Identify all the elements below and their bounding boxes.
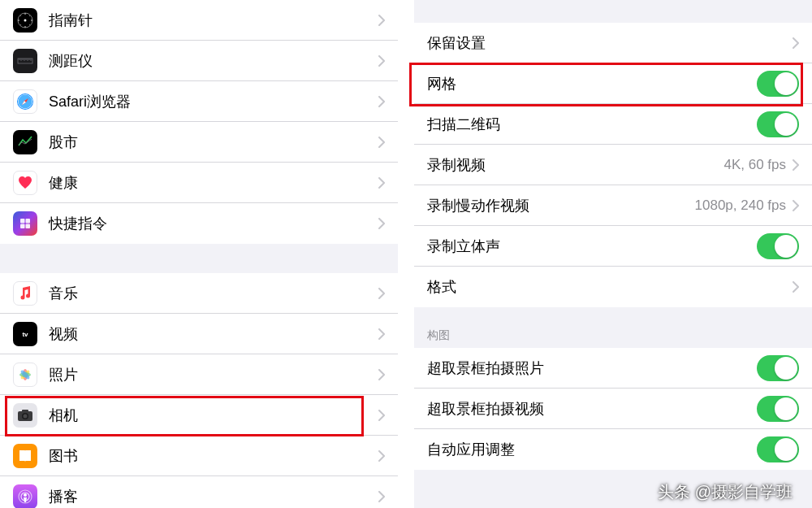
chevron-right-icon [378,328,385,340]
toggle-capture-outside-photo[interactable] [757,355,799,381]
toggle-grid[interactable] [757,71,799,97]
label: 照片 [49,365,378,384]
toggle-stereo[interactable] [757,233,799,259]
chevron-right-icon [378,491,385,502]
stocks-icon [13,130,37,154]
label: 录制立体声 [427,237,757,256]
chevron-right-icon [793,159,799,171]
label: 网格 [427,74,757,93]
chevron-right-icon [378,410,385,421]
detail: 4K, 60 fps [723,157,786,173]
row-capture-outside-photo[interactable]: 超取景框拍摄照片 [414,348,812,389]
chevron-right-icon [378,55,385,67]
chevron-right-icon [378,177,385,189]
row-safari[interactable]: Safari浏览器 [0,81,398,122]
row-stocks[interactable]: 股市 [0,122,398,163]
row-shortcuts[interactable]: 快捷指令 [0,203,398,244]
row-grid[interactable]: 网格 [414,63,812,104]
row-compass[interactable]: 指南针 [0,0,398,41]
measure-icon [13,49,37,73]
label: 股市 [49,132,378,152]
svg-point-21 [24,493,27,497]
svg-rect-8 [20,224,25,229]
row-formats[interactable]: 格式 [414,267,812,307]
camera-icon [13,403,37,428]
svg-point-1 [24,19,27,21]
label: 超取景框拍摄视频 [427,399,757,419]
row-measure[interactable]: 测距仪 [0,41,398,81]
label: 快捷指令 [49,214,378,233]
toggle-capture-outside-video[interactable] [757,396,799,422]
section-divider [414,0,812,23]
row-record-slomo[interactable]: 录制慢动作视频 1080p, 240 fps [414,185,812,226]
svg-rect-2 [18,59,32,63]
chevron-right-icon [378,96,385,107]
safari-icon [13,89,37,114]
label: 自动应用调整 [427,440,757,459]
label: 格式 [427,277,793,297]
svg-rect-9 [26,224,31,229]
row-camera[interactable]: 相机 [0,395,398,436]
row-auto-apply[interactable]: 自动应用调整 [414,429,812,470]
toggle-auto-apply[interactable] [757,436,799,462]
svg-point-18 [24,414,28,418]
label: 录制视频 [427,155,723,175]
row-scan-qr[interactable]: 扫描二维码 [414,104,812,145]
camera-settings-group: 保留设置 网格 扫描二维码 录制视频 4K, 60 fps 录制慢动作视频 10… [414,23,812,307]
label: 图书 [49,446,378,466]
row-health[interactable]: 健康 [0,163,398,203]
shortcuts-icon [13,211,37,236]
chevron-right-icon [793,281,799,293]
section-divider [0,244,398,273]
label: 相机 [49,406,378,425]
health-icon [13,171,37,195]
row-photos[interactable]: 照片 [0,354,398,395]
chevron-right-icon [378,369,385,380]
music-icon [13,281,37,306]
settings-group-media: 音乐 tv 视频 照片 相机 图书 [0,273,398,508]
watermark: 头条 @摄影自学班 [658,481,793,503]
svg-text:tv: tv [22,331,28,338]
row-tv[interactable]: tv 视频 [0,314,398,354]
label: 录制慢动作视频 [427,196,695,215]
label: 健康 [49,173,378,193]
svg-rect-7 [26,219,31,224]
chevron-right-icon [378,15,385,26]
podcasts-icon [13,484,37,508]
row-music[interactable]: 音乐 [0,273,398,314]
svg-rect-6 [20,219,25,224]
chevron-right-icon [378,450,385,462]
detail: 1080p, 240 fps [695,198,786,214]
composition-group: 超取景框拍摄照片 超取景框拍摄视频 自动应用调整 [414,348,812,470]
row-record-video[interactable]: 录制视频 4K, 60 fps [414,145,812,185]
chevron-right-icon [378,218,385,229]
row-books[interactable]: 图书 [0,436,398,476]
settings-group-tools: 指南针 测距仪 Safari浏览器 股市 [0,0,398,244]
compass-icon [13,8,37,33]
label: Safari浏览器 [49,92,378,111]
label: 测距仪 [49,51,378,71]
label: 保留设置 [427,33,793,53]
section-header: 构图 [414,322,812,348]
chevron-right-icon [378,137,385,148]
svg-rect-16 [22,410,28,412]
photos-icon [13,363,37,387]
row-stereo[interactable]: 录制立体声 [414,226,812,267]
chevron-right-icon [793,37,799,49]
row-preserve-settings[interactable]: 保留设置 [414,23,812,63]
label: 播客 [49,487,378,506]
books-icon [13,444,37,468]
label: 扫描二维码 [427,115,757,134]
tv-icon: tv [13,322,37,346]
row-capture-outside-video[interactable]: 超取景框拍摄视频 [414,389,812,429]
row-podcasts[interactable]: 播客 [0,476,398,508]
chevron-right-icon [793,200,799,211]
section-divider: 构图 [414,307,812,348]
chevron-right-icon [378,288,385,299]
label: 音乐 [49,284,378,303]
label: 视频 [49,324,378,344]
label: 指南针 [49,11,378,30]
label: 超取景框拍摄照片 [427,358,757,378]
toggle-scan-qr[interactable] [757,111,799,137]
